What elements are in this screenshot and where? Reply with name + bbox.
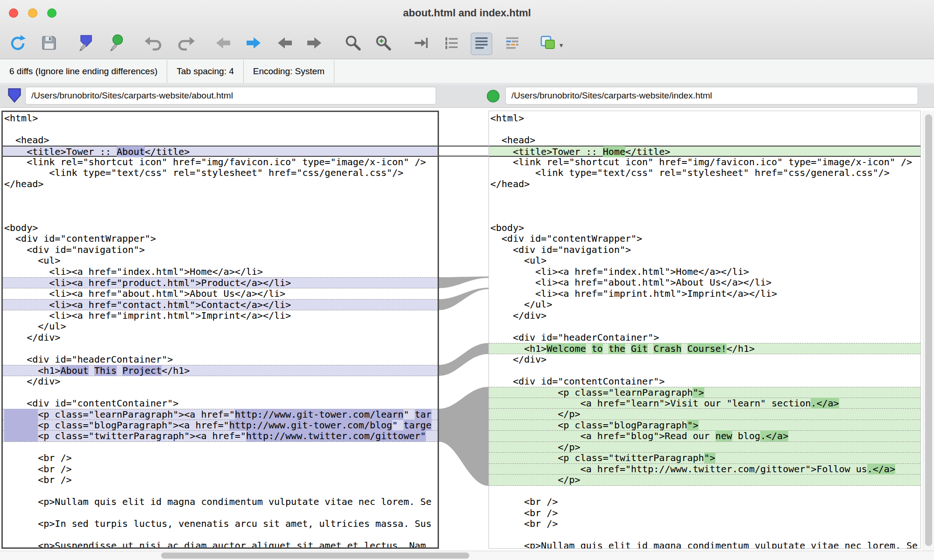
show-inline-differences-button[interactable]	[471, 33, 492, 55]
edit-right-file-button[interactable]	[106, 33, 128, 55]
line-numbers-icon	[443, 35, 460, 53]
code-segment: <div id="navigation">	[490, 244, 631, 255]
horizontal-scrollbar-thumb[interactable]	[161, 553, 469, 559]
code-segment: <link type="text/css" rel="stylesheet" h…	[490, 167, 890, 178]
code-segment: <li><a href="about.html">About Us</a></l…	[490, 277, 771, 288]
code-line: <p>Suspendisse ut nisi ac diam auctor al…	[3, 540, 438, 549]
code-segment: "	[403, 409, 415, 420]
status-bar: 6 diffs (Ignore line ending differences)…	[0, 60, 934, 84]
vertical-scrollbar[interactable]	[923, 111, 934, 551]
code-segment	[117, 365, 122, 376]
vertical-scrollbar-thumb[interactable]	[925, 114, 932, 546]
diff-changed-segment: to	[592, 343, 603, 354]
layout-button[interactable]	[537, 33, 559, 55]
code-segment: <link type="text/css" rel="stylesheet" h…	[4, 167, 403, 178]
diff-connector	[439, 387, 488, 486]
code-segment: <br />	[4, 463, 72, 475]
code-line: <body>	[489, 223, 920, 234]
code-line: <ul>	[489, 255, 920, 266]
code-line: </head>	[489, 179, 920, 190]
code-segment: <title>Tower ::	[4, 146, 117, 157]
diff-highlight-style-button[interactable]	[502, 33, 523, 55]
previous-diff-button[interactable]	[212, 33, 234, 55]
go-to-line-button[interactable]	[410, 33, 432, 55]
edit-left-file-button[interactable]	[76, 33, 97, 55]
code-segment: <p>Nullam quis elit id magna condimentum…	[490, 540, 918, 549]
code-segment: <title>Tower ::	[490, 146, 603, 157]
tab-spacing-status: Tab spacing: 4	[167, 60, 244, 83]
line-numbers-button[interactable]	[441, 33, 462, 55]
next-conflict-button[interactable]	[304, 33, 325, 55]
code-line	[3, 387, 438, 398]
undo-button[interactable]	[143, 33, 164, 55]
code-line	[3, 508, 438, 519]
code-line: <li><a href="product.html">Product</a></…	[3, 277, 438, 288]
find-button[interactable]	[342, 33, 363, 55]
code-line: <p class="blogParagraph">	[489, 420, 920, 431]
code-line: <link rel="shortcut icon" href="img/favi…	[3, 157, 438, 168]
code-line: <h1>About This Project</h1>	[3, 365, 438, 376]
code-line	[489, 486, 920, 497]
code-line: </p>	[489, 409, 920, 420]
code-line: </ul>	[3, 321, 438, 332]
code-segment: <li><a href="index.html">Home</a></li>	[490, 266, 749, 277]
diff-changed-segment: http://www.git-tower.com/blog	[229, 420, 392, 431]
code-line: </div>	[3, 332, 438, 343]
code-segment: <p class="blogParagraph	[490, 420, 687, 431]
find-again-button[interactable]	[372, 33, 394, 55]
code-line: <br />	[489, 497, 920, 508]
next-diff-button[interactable]	[243, 33, 264, 55]
code-segment: <div id="navigation">	[4, 244, 145, 255]
code-segment: <p class="learnParagraph	[490, 387, 693, 398]
left-diff-pane[interactable]: <html> <head> <title>Tower :: About</tit…	[1, 111, 439, 549]
right-diff-pane[interactable]: <html> <head> <title>Tower :: Home</titl…	[488, 111, 921, 549]
horizontal-scrollbar[interactable]	[0, 551, 934, 560]
code-segment: <div id="headerContainer">	[4, 354, 173, 365]
redo-button[interactable]	[175, 33, 197, 55]
previous-conflict-button[interactable]	[274, 33, 296, 55]
code-segment: <li><a href="contact.html">Contact</a></…	[4, 299, 291, 310]
left-file-path-field[interactable]: /Users/brunobrito/Sites/carparts-website…	[25, 87, 436, 105]
code-line: <a href="blog">Read our new blog.</a>	[489, 431, 920, 442]
refresh-button[interactable]	[7, 33, 28, 55]
code-line: <li><a href="index.html">Home</a></li>	[3, 266, 438, 278]
code-segment	[648, 343, 653, 354]
diff-changed-segment: Git	[631, 343, 648, 354]
code-segment	[603, 343, 609, 354]
code-segment: <p class="learnParagraph"><a href="	[38, 409, 234, 420]
code-segment: </head>	[4, 178, 43, 189]
block-arrow-left-icon	[276, 35, 294, 53]
code-segment: <ul>	[490, 255, 546, 266]
code-line: <link type="text/css" rel="stylesheet" h…	[3, 168, 438, 179]
left-file-pennant-icon	[6, 86, 23, 108]
diff-changed-segment: This	[94, 365, 117, 376]
code-line: <li><a href="imprint.html">Imprint</a></…	[489, 288, 920, 300]
diff-changed-segment: ">	[704, 452, 715, 463]
code-line: <p class="learnParagraph">	[489, 387, 920, 398]
code-line: <html>	[489, 113, 920, 124]
code-segment: <p>In sed turpis luctus, venenatis arcu …	[4, 518, 432, 529]
undo-icon	[145, 35, 163, 53]
code-segment: <br />	[490, 496, 558, 507]
code-segment: <br />	[4, 474, 72, 485]
code-segment: </ul>	[4, 321, 66, 332]
code-line	[489, 211, 920, 223]
code-line: </div>	[3, 376, 438, 387]
code-segment: <br />	[490, 507, 558, 518]
code-line: <title>Tower :: About</title>	[3, 146, 438, 157]
right-file-path-field[interactable]: /Users/brunobrito/Sites/carparts-website…	[505, 87, 918, 105]
layout-dropdown-chevron-icon[interactable]: ▾	[559, 41, 563, 49]
merge-tool-window: about.html and index.html	[0, 0, 934, 560]
save-button[interactable]	[38, 33, 60, 55]
code-line	[489, 365, 920, 376]
code-segment: <div id="contentContainer">	[490, 376, 665, 387]
search-icon	[344, 34, 361, 54]
code-segment: <br />	[490, 518, 558, 529]
diff-connector	[439, 343, 488, 376]
code-line	[3, 530, 438, 541]
code-line	[3, 189, 438, 201]
code-segment: </div>	[4, 332, 60, 343]
code-line: <br />	[3, 464, 438, 475]
diff-changed-segment: .</a>	[760, 430, 788, 441]
code-segment: <li><a href="about.html">About Us</a></l…	[4, 288, 285, 299]
